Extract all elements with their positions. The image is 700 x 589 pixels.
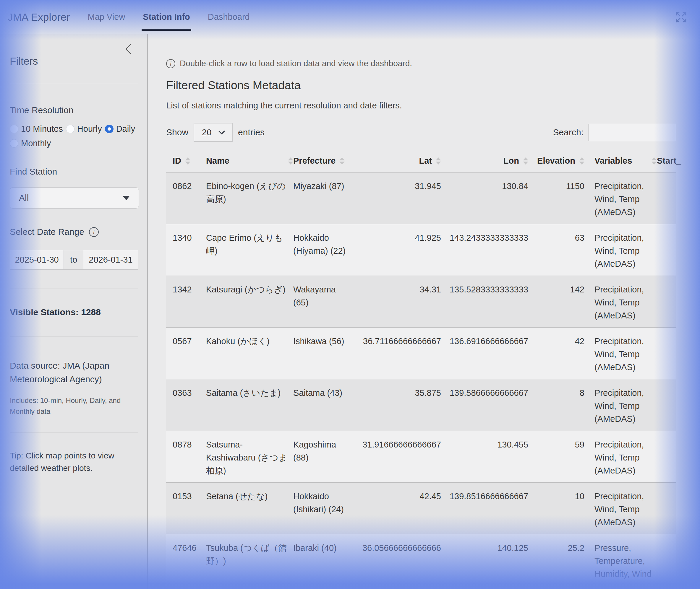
cell-lon: 139.5866666666667 xyxy=(441,379,528,431)
radio-circle-icon xyxy=(66,125,75,133)
cell-variables: Precipitation, Wind, Temp (AMeDAS) xyxy=(584,483,657,534)
cell-lon: 135.5283333333333 xyxy=(441,276,528,327)
radio-daily[interactable]: Daily xyxy=(105,124,135,134)
sort-icon xyxy=(185,158,190,165)
cell-variables: Precipitation, Wind, Temp (AMeDAS) xyxy=(584,224,657,275)
cell-lat: 34.31 xyxy=(357,276,441,327)
find-station-select[interactable]: All xyxy=(10,187,139,209)
cell-prefecture: Ibaraki (40) xyxy=(293,534,357,586)
cell-lon: 130.84 xyxy=(441,173,528,224)
page-size-value: 20 xyxy=(202,128,212,137)
cell-elevation: 142 xyxy=(528,276,584,327)
entries-label: entries xyxy=(238,127,265,137)
visible-stations-count: Visible Stations: 1288 xyxy=(10,307,138,317)
sort-icon xyxy=(652,158,657,165)
tab-map-view[interactable]: Map View xyxy=(87,11,126,23)
radio-monthly[interactable]: Monthly xyxy=(10,139,51,148)
cell-lat: 36.05666666666666 xyxy=(357,534,441,586)
find-station-label: Find Station xyxy=(10,167,138,177)
table-row[interactable]: 0567Kahoku (かほく)Ishikawa (56)36.71166666… xyxy=(166,327,676,379)
cell-start xyxy=(657,173,698,224)
column-header-elevation[interactable]: Elevation xyxy=(528,156,584,166)
table-row[interactable]: 0862Ebino-kogen (えびの高原)Miyazaki (87)31.9… xyxy=(166,172,676,224)
radio-hourly[interactable]: Hourly xyxy=(66,124,102,134)
cell-id: 1342 xyxy=(166,276,206,327)
cell-prefecture: Wakayama (65) xyxy=(293,276,357,327)
cell-lon: 139.8516666666667 xyxy=(441,483,528,534)
sort-icon xyxy=(339,158,345,165)
table-row[interactable]: 0153Setana (せたな)Hokkaido (Ishikari) (24)… xyxy=(166,482,676,534)
show-label: Show xyxy=(166,127,188,137)
chevron-down-icon xyxy=(217,129,227,136)
column-header-prefecture[interactable]: Prefecture xyxy=(293,156,357,166)
search-label: Search: xyxy=(553,127,583,137)
cell-lat: 31.945 xyxy=(357,173,441,224)
table-row[interactable]: 1342Katsuragi (かつらぎ)Wakayama (65)34.3113… xyxy=(166,275,676,327)
cell-id: 47646 xyxy=(166,534,206,586)
cell-name: Kahoku (かほく) xyxy=(206,328,293,379)
cell-start xyxy=(657,224,698,275)
cell-elevation: 63 xyxy=(528,224,584,275)
date-start-input[interactable]: 2025-01-30 xyxy=(10,250,64,270)
cell-id: 0862 xyxy=(166,173,206,224)
column-header-variables[interactable]: Variables xyxy=(584,156,657,166)
date-range-separator: to xyxy=(64,250,83,270)
data-source-note: Data source: JMA (Japan Meteorological A… xyxy=(10,359,134,386)
cell-name: Tsukuba (つくば（館野）) xyxy=(206,534,293,586)
cell-start xyxy=(657,431,698,482)
divider xyxy=(10,288,138,289)
time-resolution-label: Time Resolution xyxy=(10,105,138,115)
date-range-info-icon: i xyxy=(89,227,99,237)
page-size-select[interactable]: 20 xyxy=(193,123,233,142)
cell-prefecture: Hokkaido (Hiyama) (22) xyxy=(293,224,357,275)
page-title: Filtered Stations Metadata xyxy=(166,79,700,92)
radio-10-minutes[interactable]: 10 Minutes xyxy=(10,124,63,134)
includes-note: Includes: 10-min, Hourly, Daily, and Mon… xyxy=(10,395,134,417)
tip-note: Tip: Click map points to view detailed w… xyxy=(10,449,134,474)
tab-dashboard[interactable]: Dashboard xyxy=(207,11,250,23)
cell-name: Saitama (さいたま) xyxy=(206,379,293,431)
cell-name: Setana (せたな) xyxy=(206,483,293,534)
cell-start xyxy=(657,379,698,431)
tab-station-info[interactable]: Station Info xyxy=(142,11,190,23)
fullscreen-expand-icon[interactable] xyxy=(674,10,688,24)
column-header-id[interactable]: ID xyxy=(166,156,206,166)
cell-lon: 136.6916666666667 xyxy=(441,328,528,379)
page-subtitle: List of stations matching the current re… xyxy=(166,101,700,111)
sort-icon xyxy=(523,158,528,165)
nav-tabs: Map View Station Info Dashboard xyxy=(87,11,250,23)
column-header-start[interactable]: Start_ xyxy=(657,156,698,166)
cell-id: 0363 xyxy=(166,379,206,431)
cell-elevation: 42 xyxy=(528,328,584,379)
cell-lat: 31.91666666666667 xyxy=(357,431,441,482)
cell-lat: 41.925 xyxy=(357,224,441,275)
cell-name: Cape Erimo (えりも岬) xyxy=(206,224,293,275)
table-row[interactable]: 47646Tsukuba (つくば（館野）)Ibaraki (40)36.056… xyxy=(166,534,676,586)
find-station-value: All xyxy=(19,193,29,203)
cell-lat: 36.71166666666667 xyxy=(357,328,441,379)
cell-lon: 143.2433333333333 xyxy=(441,224,528,275)
cell-id: 0567 xyxy=(166,328,206,379)
cell-variables: Precipitation, Wind, Temp (AMeDAS) xyxy=(584,328,657,379)
column-header-lon[interactable]: Lon xyxy=(441,156,528,166)
sort-icon xyxy=(579,158,584,165)
table-controls: Show 20 entries Search: xyxy=(166,123,676,142)
column-header-name[interactable]: Name xyxy=(206,156,293,166)
cell-prefecture: Kagoshima (88) xyxy=(293,431,357,482)
table-row[interactable]: 1340Cape Erimo (えりも岬)Hokkaido (Hiyama) (… xyxy=(166,224,676,275)
radio-circle-icon xyxy=(10,139,18,148)
sidebar-collapse-icon[interactable] xyxy=(123,42,134,57)
cell-variables: Precipitation, Wind, Temp (AMeDAS) xyxy=(584,431,657,482)
cell-variables: Precipitation, Wind, Temp (AMeDAS) xyxy=(584,276,657,327)
table-row[interactable]: 0363Saitama (さいたま)Saitama (43)35.875139.… xyxy=(166,379,676,431)
sort-icon xyxy=(288,158,293,165)
date-range-label: Select Date Range xyxy=(10,227,84,237)
cell-id: 0153 xyxy=(166,483,206,534)
cell-start xyxy=(657,328,698,379)
table-row[interactable]: 0878Satsuma-Kashiwabaru (さつま柏原)Kagoshima… xyxy=(166,431,676,482)
date-end-input[interactable]: 2026-01-31 xyxy=(83,250,138,270)
search-input[interactable] xyxy=(588,124,676,141)
column-header-lat[interactable]: Lat xyxy=(357,156,441,166)
top-navbar: JMA Explorer Map View Station Info Dashb… xyxy=(0,0,700,34)
stations-table: ID Name Prefecture Lat Lon Elevation Var… xyxy=(166,151,676,586)
